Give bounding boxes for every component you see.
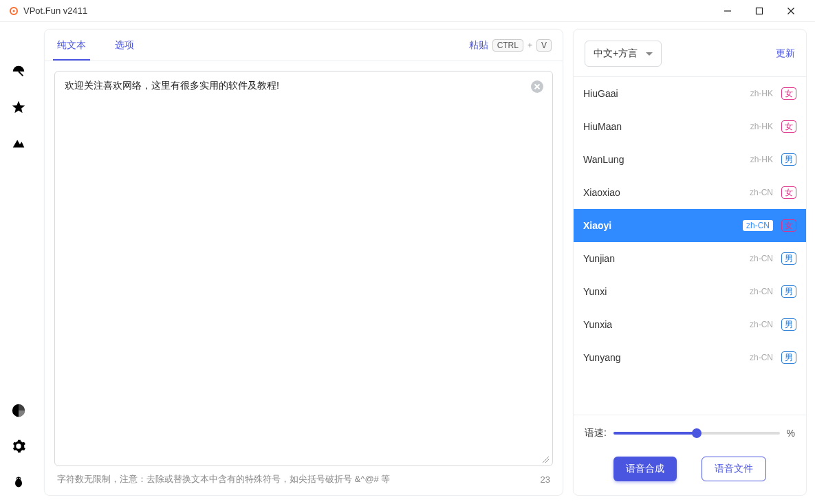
speed-slider[interactable] — [613, 426, 780, 440]
voice-name: Xiaoyi — [583, 220, 743, 231]
svg-point-10 — [17, 478, 19, 479]
char-count: 23 — [541, 474, 550, 485]
update-button[interactable]: 更新 — [776, 47, 795, 60]
voice-name: WanLung — [583, 154, 750, 165]
svg-line-15 — [543, 457, 549, 463]
tab-plain-text[interactable]: 纯文本 — [56, 30, 87, 61]
synthesize-button[interactable]: 语音合成 — [613, 457, 677, 481]
clear-text-button[interactable] — [530, 80, 544, 94]
kbd-v: V — [536, 39, 552, 52]
gear-icon[interactable] — [10, 438, 27, 454]
speed-label: 语速: — [585, 427, 607, 439]
bug-icon[interactable] — [10, 474, 27, 490]
paste-button[interactable]: 粘贴 — [469, 39, 488, 52]
voice-name: Yunxi — [583, 286, 750, 297]
svg-point-9 — [17, 477, 21, 481]
side-rail — [0, 22, 37, 504]
gender-male-badge: 男 — [781, 285, 796, 298]
voice-item[interactable]: Yunxiazh-CN男 — [574, 308, 806, 341]
voice-locale: zh-CN — [743, 220, 773, 231]
gender-male-badge: 男 — [781, 153, 796, 166]
voice-name: Yunxia — [583, 319, 750, 330]
voice-item[interactable]: HiuGaaizh-HK女 — [574, 77, 806, 110]
resize-handle[interactable] — [541, 454, 550, 463]
svg-point-8 — [15, 479, 22, 487]
voice-item[interactable]: Yunxizh-CN男 — [574, 275, 806, 308]
main-area: 纯文本 选项 粘贴 CTRL + V 欢迎关注喜欢网络，这里有很多实用的软件及教… — [0, 22, 815, 504]
kbd-ctrl: CTRL — [492, 39, 523, 52]
gender-female-badge: 女 — [781, 120, 796, 133]
star-icon[interactable] — [10, 99, 27, 116]
voice-locale: zh-HK — [750, 122, 773, 131]
hint-text: 字符数无限制，注意：去除或替换文本中含有的特殊符号，如尖括号破折号 &^@# 等 — [57, 473, 390, 485]
mountain-icon[interactable] — [10, 135, 27, 151]
gender-female-badge: 女 — [781, 186, 796, 199]
voice-locale: zh-CN — [750, 287, 773, 296]
speed-row: 语速: % — [574, 415, 806, 446]
hint-row: 字符数无限制，注意：去除或替换文本中含有的特殊符号，如尖括号破折号 &^@# 等… — [54, 466, 553, 488]
text-input[interactable]: 欢迎关注喜欢网络，这里有很多实用的软件及教程! — [54, 71, 553, 466]
gender-male-badge: 男 — [781, 318, 796, 331]
paste-area: 粘贴 CTRL + V — [469, 39, 552, 52]
close-button[interactable] — [775, 0, 807, 22]
voice-item[interactable]: HiuMaanzh-HK女 — [574, 110, 806, 143]
chevron-down-icon — [646, 52, 653, 56]
voice-item[interactable]: Yunjianzh-CN男 — [574, 242, 806, 275]
voice-locale: zh-CN — [750, 254, 773, 263]
voice-list[interactable]: HiuGaaizh-HK女HiuMaanzh-HK女WanLungzh-HK男X… — [574, 76, 806, 415]
voice-file-button[interactable]: 语音文件 — [702, 457, 766, 481]
gender-female-badge: 女 — [781, 87, 796, 100]
umbrella-icon[interactable] — [10, 63, 27, 80]
speed-pct-suffix: % — [787, 428, 795, 439]
gender-female-badge: 女 — [781, 219, 796, 232]
voice-item[interactable]: Yunyangzh-CN男 — [574, 341, 806, 374]
aperture-icon[interactable] — [10, 402, 27, 419]
voices-panel: 中文+方言 更新 HiuGaaizh-HK女HiuMaanzh-HK女WanLu… — [573, 29, 807, 496]
minimize-button[interactable] — [712, 0, 743, 22]
voice-locale: zh-CN — [750, 353, 773, 362]
gender-male-badge: 男 — [781, 351, 796, 364]
voice-name: Yunjian — [583, 253, 750, 264]
language-select[interactable]: 中文+方言 — [585, 41, 662, 67]
gender-male-badge: 男 — [781, 252, 796, 265]
voice-item[interactable]: WanLungzh-HK男 — [574, 143, 806, 176]
text-value: 欢迎关注喜欢网络，这里有很多实用的软件及教程! — [65, 80, 525, 92]
app-icon — [8, 6, 19, 17]
voice-item[interactable]: Xiaoxiaozh-CN女 — [574, 176, 806, 209]
voice-locale: zh-HK — [750, 155, 773, 164]
voice-name: HiuMaan — [583, 121, 750, 132]
voice-locale: zh-HK — [750, 89, 773, 98]
window-title: VPot.Fun v2411 — [23, 6, 87, 16]
svg-point-11 — [19, 478, 21, 479]
language-select-label: 中文+方言 — [594, 47, 638, 60]
tab-options[interactable]: 选项 — [113, 30, 135, 61]
svg-rect-3 — [757, 8, 763, 14]
content-area: 纯文本 选项 粘贴 CTRL + V 欢迎关注喜欢网络，这里有很多实用的软件及教… — [37, 22, 815, 504]
kbd-plus: + — [528, 41, 532, 50]
tabs-row: 纯文本 选项 粘贴 CTRL + V — [45, 30, 563, 61]
button-row: 语音合成 语音文件 — [574, 446, 806, 495]
voice-item[interactable]: Xiaoyizh-CN女 — [574, 209, 806, 242]
voice-name: Yunyang — [583, 352, 750, 363]
voice-name: HiuGaai — [583, 88, 750, 99]
voice-locale: zh-CN — [750, 320, 773, 329]
voice-locale: zh-CN — [750, 188, 773, 197]
svg-line-6 — [19, 72, 23, 76]
title-bar: VPot.Fun v2411 — [0, 0, 815, 22]
voice-name: Xiaoxiao — [583, 187, 750, 198]
text-panel: 纯文本 选项 粘贴 CTRL + V 欢迎关注喜欢网络，这里有很多实用的软件及教… — [44, 29, 563, 496]
maximize-button[interactable] — [743, 0, 775, 22]
svg-point-1 — [13, 10, 15, 12]
